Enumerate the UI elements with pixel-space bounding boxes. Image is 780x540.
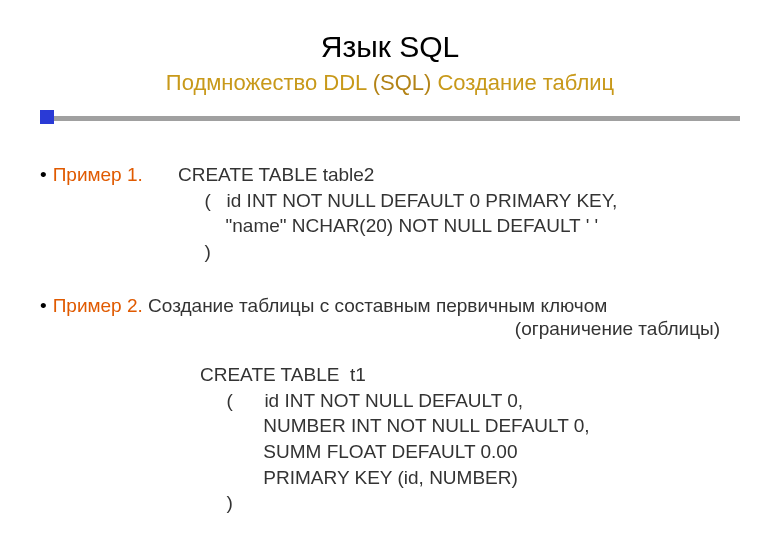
example2-heading: •Пример 2. Создание таблицы с составным … [40,293,740,319]
divider [40,110,740,124]
subtitle-suffix: Создание таблиц [431,70,614,95]
slide-title: Язык SQL [0,30,780,64]
example2-desc: Создание таблицы с составным первичным к… [143,295,608,316]
divider-line [40,116,740,121]
bullet-icon: • [40,164,47,185]
example1-code: CREATE TABLE table2 ( id INT NOT NULL DE… [178,162,780,265]
divider-square-icon [40,110,54,124]
example2-note: (ограничение таблицы) [0,318,720,340]
subtitle-prefix: Подмножество DDL [166,70,373,95]
subtitle-paren: (SQL) [373,70,432,95]
example2-code: CREATE TABLE t1 ( id INT NOT NULL DEFAUL… [200,362,780,516]
bullet-icon: • [40,295,47,316]
slide-subtitle: Подмножество DDL (SQL) Создание таблиц [0,70,780,96]
example1-label: Пример 1. [53,164,143,185]
example2-label: Пример 2. [53,295,143,316]
